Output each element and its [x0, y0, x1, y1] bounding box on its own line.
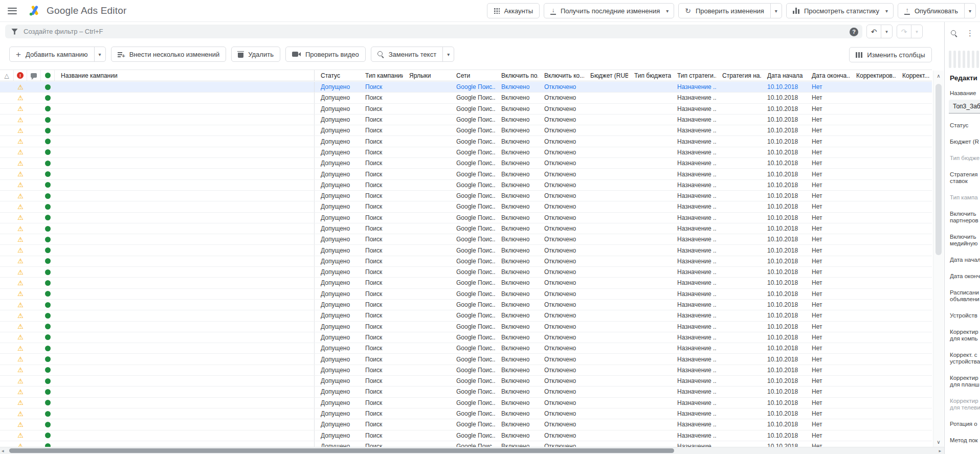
table-row[interactable]: ⚠ДопущеноПоискGoogle Поис...ВключеноОткл… — [0, 387, 932, 397]
table-row[interactable]: ⚠ДопущеноПоискGoogle Поис...ВключеноОткл… — [0, 332, 932, 343]
table-cell — [896, 245, 932, 255]
table-row[interactable]: ⚠ДопущеноПоискGoogle Поис...ВключеноОткл… — [0, 398, 932, 408]
table-cell: 10.10.2018 — [761, 191, 806, 201]
table-cell: 10.10.2018 — [761, 300, 806, 310]
chevron-down-icon[interactable]: ▾ — [443, 47, 454, 61]
table-row[interactable]: ⚠ДопущеноПоискGoogle Поис...ВключеноОткл… — [0, 376, 932, 387]
table-cell — [716, 82, 761, 92]
table-row[interactable]: ⚠ДопущеноПоискGoogle Поис...ВключеноОткл… — [0, 365, 932, 376]
table-row[interactable]: ⚠ДопущеноПоискGoogle Поис...ВключеноОткл… — [0, 267, 932, 278]
scroll-left-icon[interactable]: ◀ — [2, 447, 4, 454]
panel-field-label: Коррект. с устройства — [950, 352, 980, 365]
find-replace-icon — [377, 51, 384, 58]
table-body: ⚠ДопущеноПоискGoogle Поис...ВключеноОткл… — [0, 82, 932, 454]
table-row[interactable]: ⚠ДопущеноПоискGoogle Поис...ВключеноОткл… — [0, 310, 932, 321]
chevron-down-icon[interactable]: ▾ — [771, 4, 782, 18]
table-cell — [628, 82, 671, 92]
column-header: Стратегия на... — [716, 70, 761, 81]
vertical-scrollbar[interactable]: ∧ ∨ — [933, 71, 944, 447]
row-icon-cell — [27, 398, 41, 408]
panel-field-label: Устройств — [950, 312, 980, 319]
chevron-down-icon[interactable]: ▾ — [911, 25, 922, 38]
table-cell: Отключено — [538, 419, 584, 429]
table-row[interactable]: ⚠ДопущеноПоискGoogle Поис...ВключеноОткл… — [0, 300, 932, 310]
check-video-button[interactable]: Проверить видео — [285, 47, 366, 62]
table-row[interactable]: ⚠ДопущеноПоискGoogle Поис...ВключеноОткл… — [0, 191, 932, 201]
table-row[interactable]: ⚠ДопущеноПоискGoogle Поис...ВключеноОткл… — [0, 289, 932, 300]
table-cell: Допущено — [315, 158, 359, 168]
table-cell — [716, 213, 761, 223]
table-row[interactable]: ⚠ДопущеноПоискGoogle Поис...ВключеноОткл… — [0, 169, 932, 179]
delete-button[interactable]: Удалить — [231, 47, 280, 62]
chevron-down-icon[interactable]: ▾ — [885, 8, 893, 14]
redo-icon[interactable]: ↷ — [897, 25, 911, 38]
table-cell: 10.10.2018 — [761, 408, 806, 419]
chevron-down-icon[interactable]: ▾ — [95, 47, 105, 61]
menu-icon[interactable] — [8, 8, 17, 14]
filter-input[interactable]: Создайте фильтр – Ctrl+F ? — [5, 25, 862, 38]
warning-icon: ⚠ — [17, 377, 24, 385]
table-cell — [896, 93, 932, 103]
add-campaign-button[interactable]: + Добавить кампанию ▾ — [9, 47, 106, 62]
table-row[interactable]: ⚠ДопущеноПоискGoogle Поис...ВключеноОткл… — [0, 408, 932, 419]
search-icon[interactable] — [951, 30, 957, 37]
table-cell: Поиск — [359, 115, 403, 125]
table-row[interactable]: ⚠ДопущеноПоискGoogle Поис...ВключеноОткл… — [0, 158, 932, 169]
table-row[interactable]: ⚠ДопущеноПоискGoogle Поис...ВключеноОткл… — [0, 354, 932, 365]
campaign-name-input[interactable] — [949, 100, 980, 114]
table-row[interactable]: ⚠ДопущеноПоискGoogle Поис...ВключеноОткл… — [0, 419, 932, 430]
bulk-edit-button[interactable]: + Внести несколько изменений — [111, 47, 227, 62]
table-row[interactable]: ⚠ДопущеноПоискGoogle Поис...ВключеноОткл… — [0, 180, 932, 191]
get-recent-changes-button[interactable]: ↓ Получить последние изменения ▾ — [544, 3, 674, 18]
chevron-down-icon[interactable]: ▾ — [881, 25, 892, 38]
table-row[interactable]: ⚠ДопущеноПоискGoogle Поис...ВключеноОткл… — [0, 93, 932, 103]
edit-columns-button[interactable]: Изменить столбцы — [849, 47, 932, 62]
table-row[interactable]: ⚠ДопущеноПоискGoogle Поис...ВключеноОткл… — [0, 125, 932, 136]
table-row[interactable]: ⚠ДопущеноПоискGoogle Поис...ВключеноОткл… — [0, 430, 932, 441]
table-cell — [896, 201, 932, 212]
publish-button[interactable]: ↑ Опубликовать ▾ — [898, 3, 976, 18]
table-row[interactable]: ⚠ДопущеноПоискGoogle Поис...ВключеноОткл… — [0, 213, 932, 223]
check-changes-button[interactable]: ↻ Проверить изменения ▾ — [678, 3, 782, 18]
table-cell — [584, 289, 628, 299]
panel-field-label: Тип кампа — [950, 194, 980, 201]
table-row[interactable]: ⚠ДопущеноПоискGoogle Поис...ВключеноОткл… — [0, 201, 932, 212]
table-cell: Google Поис... — [450, 322, 495, 332]
table-row[interactable]: ⚠ДопущеноПоискGoogle Поис...ВключеноОткл… — [0, 147, 932, 158]
table-row[interactable]: ⚠ДопущеноПоискGoogle Поис...ВключеноОткл… — [0, 136, 932, 147]
table-row[interactable]: ⚠ДопущеноПоискGoogle Поис...ВключеноОткл… — [0, 104, 932, 115]
chevron-down-icon[interactable]: ▾ — [666, 8, 674, 14]
horizontal-scrollbar-thumb[interactable] — [9, 448, 674, 453]
chevron-down-icon[interactable]: ▾ — [965, 4, 975, 18]
row-icon-cell — [27, 256, 41, 266]
table-row[interactable]: ⚠ДопущеноПоискGoogle Поис...ВключеноОткл… — [0, 322, 932, 332]
undo-icon[interactable]: ↶ — [867, 25, 881, 38]
table-row[interactable]: ⚠ДопущеноПоискGoogle Поис...ВключеноОткл… — [0, 82, 932, 93]
scroll-up-icon[interactable]: ∧ — [933, 72, 944, 80]
horizontal-scrollbar[interactable]: ◀ ▶ — [0, 447, 944, 454]
table-cell — [628, 158, 671, 168]
table-row[interactable]: ⚠ДопущеноПоискGoogle Поис...ВключеноОткл… — [0, 223, 932, 234]
table-row[interactable]: ⚠ДопущеноПоискGoogle Поис...ВключеноОткл… — [0, 343, 932, 354]
plus-icon: + — [16, 50, 21, 59]
kebab-menu-icon[interactable]: ⋮ — [966, 29, 974, 38]
ok-status-icon — [45, 128, 51, 133]
vertical-scrollbar-thumb[interactable] — [936, 84, 942, 255]
scroll-down-icon[interactable]: ∨ — [933, 438, 944, 446]
table-row[interactable]: ⚠ДопущеноПоискGoogle Поис...ВключеноОткл… — [0, 245, 932, 256]
table-row[interactable]: ⚠ДопущеноПоискGoogle Поис...ВключеноОткл… — [0, 278, 932, 288]
table-cell — [55, 343, 315, 353]
accounts-button[interactable]: Аккаунты — [487, 3, 540, 18]
table-cell — [55, 136, 315, 146]
table-row[interactable]: ⚠ДопущеноПоискGoogle Поис...ВключеноОткл… — [0, 256, 932, 267]
replace-text-button[interactable]: Заменить текст ▾ — [371, 47, 454, 62]
help-icon[interactable]: ? — [850, 28, 858, 36]
table-cell — [403, 419, 450, 429]
table-row[interactable]: ⚠ДопущеноПоискGoogle Поис...ВключеноОткл… — [0, 115, 932, 125]
table-row[interactable]: ⚠ДопущеноПоискGoogle Поис...ВключеноОткл… — [0, 234, 932, 245]
view-statistics-button[interactable]: Просмотреть статистику ▾ — [786, 3, 894, 18]
scroll-right-icon[interactable]: ▶ — [939, 447, 941, 454]
table-cell — [403, 201, 450, 212]
table-cell — [850, 376, 896, 386]
panel-field-label: Включить партнеров — [950, 211, 980, 224]
